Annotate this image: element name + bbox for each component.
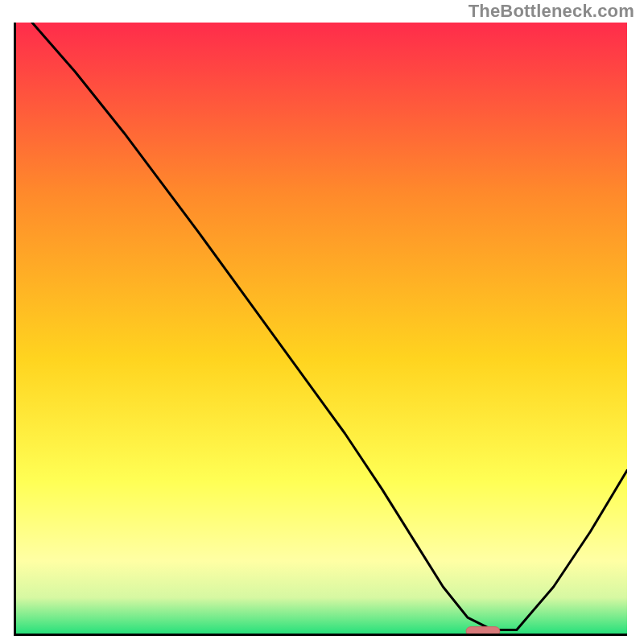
gradient-background bbox=[15, 23, 628, 634]
watermark-text: TheBottleneck.com bbox=[469, 1, 634, 22]
chart-svg bbox=[14, 23, 627, 636]
chart-container: TheBottleneck.com bbox=[0, 0, 644, 644]
plot-area bbox=[14, 23, 627, 636]
